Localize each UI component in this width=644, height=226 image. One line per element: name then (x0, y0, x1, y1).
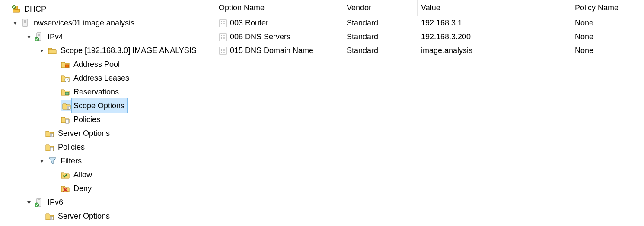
details-pane: Option Name Vendor Value Policy Name 003… (215, 0, 644, 226)
option-item-icon (219, 32, 227, 41)
tree-label: Policies (73, 113, 101, 126)
tree-node-dhcp-root[interactable]: DHCP (3, 2, 215, 16)
cell-vendor: Standard (343, 32, 418, 41)
filter-deny-icon (61, 184, 70, 193)
tree-node-filters[interactable]: Filters (3, 154, 215, 168)
tree-node-address-pool[interactable]: Address Pool (3, 57, 215, 71)
cell-value: image.analysis (418, 46, 571, 55)
tree-label: Deny (73, 182, 92, 195)
cell-policy: None (571, 46, 644, 55)
tree-node-ipv4[interactable]: IPv4 (3, 30, 215, 44)
tree-label: Address Leases (73, 71, 130, 85)
ipv4-icon (35, 32, 44, 41)
tree-node-server-policies[interactable]: Policies (3, 140, 215, 154)
column-header-policy-name[interactable]: Policy Name (571, 0, 644, 16)
tree-label: Allow (73, 168, 93, 182)
cell-policy: None (571, 19, 644, 28)
dhcp-root-icon (11, 4, 21, 14)
tree-pane[interactable]: DHCP nwservices01.image.analysis IPv4 Sc… (0, 0, 215, 226)
address-leases-icon (61, 73, 70, 83)
column-header-vendor[interactable]: Vendor (343, 0, 418, 16)
list-row[interactable]: 006 DNS Servers Standard 192.168.3.200 N… (215, 30, 644, 44)
cell-option-name: 003 Router (230, 19, 268, 28)
tree-label: Policies (57, 140, 86, 154)
cell-policy: None (571, 32, 644, 41)
server-options-icon (45, 129, 54, 138)
tree-node-reservations[interactable]: Reservations (3, 85, 215, 99)
tree-node-filter-allow[interactable]: Allow (3, 168, 215, 182)
reservations-icon (61, 87, 70, 97)
expand-toggle-icon[interactable] (26, 199, 33, 206)
tree-node-address-leases[interactable]: Address Leases (3, 71, 215, 85)
spacer (3, 6, 10, 13)
cell-option-name: 015 DNS Domain Name (230, 46, 313, 55)
tree-node-filter-deny[interactable]: Deny (3, 182, 215, 195)
cell-option-name: 006 DNS Servers (230, 32, 290, 41)
expand-toggle-icon[interactable] (39, 47, 46, 54)
option-item-icon (219, 46, 227, 55)
cell-vendor: Standard (343, 19, 418, 28)
tree-node-scope-options[interactable]: Scope Options (3, 99, 215, 113)
expand-toggle-icon[interactable] (26, 33, 33, 40)
list-row[interactable]: 003 Router Standard 192.168.3.1 None (215, 16, 644, 30)
tree-label: IPv6 (47, 195, 64, 209)
ipv6-icon (35, 198, 44, 207)
tree-node-scope[interactable]: Scope [192.168.3.0] IMAGE ANALYSIS (3, 44, 215, 57)
filter-allow-icon (61, 170, 70, 179)
tree-node-ipv6-server-options[interactable]: Server Options (3, 209, 215, 223)
list-body: 003 Router Standard 192.168.3.1 None 006… (215, 16, 644, 57)
scope-folder-icon (48, 46, 57, 55)
tree-label: Server Options (57, 126, 111, 140)
tree-node-ipv6[interactable]: IPv6 (3, 195, 215, 209)
list-header: Option Name Vendor Value Policy Name (215, 0, 644, 16)
cell-value: 192.168.3.1 (418, 19, 571, 28)
column-header-option-name[interactable]: Option Name (215, 0, 343, 16)
tree-label: IPv4 (47, 30, 64, 44)
list-row[interactable]: 015 DNS Domain Name Standard image.analy… (215, 44, 644, 57)
address-pool-icon (61, 60, 70, 69)
tree-label: Scope Options (71, 98, 128, 113)
filters-icon (48, 156, 57, 166)
expand-toggle-icon[interactable] (12, 19, 19, 26)
tree-label: Filters (60, 154, 83, 168)
policies-icon (45, 142, 54, 152)
dhcp-mmc-window: DHCP nwservices01.image.analysis IPv4 Sc… (0, 0, 644, 226)
policies-icon (61, 115, 70, 124)
tree-node-server[interactable]: nwservices01.image.analysis (3, 16, 215, 30)
option-item-icon (219, 19, 227, 27)
server-options-icon (45, 211, 54, 221)
tree-label: nwservices01.image.analysis (33, 16, 135, 30)
cell-vendor: Standard (343, 46, 418, 55)
tree-node-server-options[interactable]: Server Options (3, 126, 215, 140)
tree-label: Address Pool (73, 57, 121, 71)
server-icon (21, 18, 30, 28)
tree-label: Scope [192.168.3.0] IMAGE ANALYSIS (60, 44, 198, 57)
cell-value: 192.168.3.200 (418, 32, 571, 41)
scope-options-icon (61, 100, 71, 111)
column-header-value[interactable]: Value (418, 0, 571, 16)
tree-node-scope-policies[interactable]: Policies (3, 113, 215, 126)
tree-label: Server Options (57, 209, 111, 223)
expand-toggle-icon[interactable] (39, 157, 46, 164)
tree-label: Reservations (73, 85, 120, 99)
tree-label: DHCP (23, 2, 47, 16)
